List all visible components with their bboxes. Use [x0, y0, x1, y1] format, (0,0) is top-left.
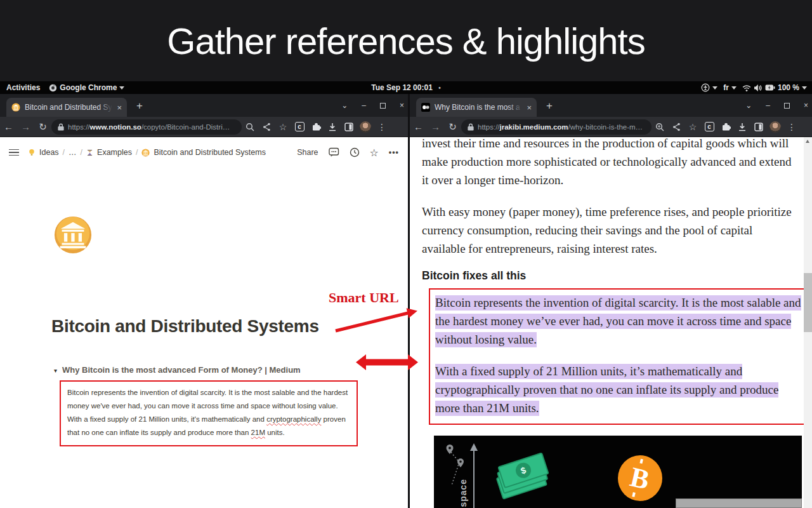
close-window-button[interactable]: × — [804, 101, 808, 110]
coin-favicon — [11, 103, 20, 112]
tab-close-button[interactable]: × — [527, 104, 532, 112]
highlighted-paragraph: Bitcoin represents the invention of digi… — [435, 293, 803, 349]
close-window-button[interactable]: × — [400, 101, 404, 110]
chevron-down-icon — [119, 86, 124, 90]
lock-icon — [58, 123, 64, 131]
maximize-button[interactable] — [380, 103, 386, 109]
keyboard-layout-label: fr — [723, 83, 729, 92]
tab-medium[interactable]: Why Bitcoin is the most a × — [416, 98, 537, 117]
download-icon[interactable] — [324, 123, 341, 131]
url-host: jrakibi.medium.com — [500, 123, 568, 131]
sidebar-toggle-icon[interactable] — [9, 149, 19, 156]
reload-button[interactable]: ↻ — [444, 121, 461, 133]
tab-search-button[interactable]: ⌄ — [341, 101, 348, 110]
minimize-button[interactable]: – — [362, 101, 366, 110]
clock[interactable]: Tue Sep 12 00:01 — [371, 83, 433, 92]
address-bar[interactable]: https://www.notion.so/copyto/Bitcoin-and… — [51, 119, 242, 135]
toggle-arrow-icon[interactable]: ▾ — [54, 367, 57, 374]
back-button[interactable]: ← — [0, 121, 17, 132]
notion-page: Ideas / … / Examples / Bitcoin and Distr… — [0, 137, 408, 508]
battery-percent: 100 % — [778, 83, 799, 92]
system-top-bar: Activities Google Chrome Tue Sep 12 00:0… — [0, 81, 812, 94]
share-icon[interactable] — [258, 123, 275, 131]
app-menu-label: Google Chrome — [60, 83, 117, 92]
download-icon[interactable] — [734, 123, 750, 131]
chrome-icon — [49, 84, 57, 92]
breadcrumb-item-ideas[interactable]: Ideas — [39, 148, 59, 157]
minimize-button[interactable]: – — [766, 101, 770, 110]
breadcrumb-item-current[interactable]: Bitcoin and Distributed Systems — [154, 148, 265, 157]
browser-menu-icon[interactable]: ⋮ — [783, 122, 800, 132]
page-menu-icon[interactable]: ••• — [389, 148, 399, 157]
notion-quote-annotation-box: Bitcoin represents the invention of digi… — [60, 380, 358, 446]
volume-icon — [754, 84, 763, 92]
profile-avatar[interactable] — [357, 121, 374, 133]
maximize-button[interactable] — [784, 103, 790, 109]
toggle-block[interactable]: ▾ Why Bitcoin is the most advanced Form … — [54, 365, 301, 375]
extension-c-icon[interactable]: c — [701, 122, 717, 131]
medium-article: invest their time and resources in the p… — [410, 137, 812, 508]
tab-strip: Why Bitcoin is the most a × + ⌄ – × — [410, 94, 812, 117]
address-bar[interactable]: https://jrakibi.medium.com/why-bitcoin-i… — [461, 119, 652, 135]
wifi-icon — [742, 84, 751, 92]
extensions-puzzle-icon[interactable] — [308, 122, 324, 131]
tab-search-button[interactable]: ⌄ — [745, 101, 752, 110]
scrollbar-thumb[interactable] — [804, 273, 812, 332]
reader-mode-icon[interactable] — [750, 123, 767, 131]
tab-title: Why Bitcoin is the most a — [435, 103, 522, 112]
keyboard-layout-menu[interactable]: fr — [723, 83, 737, 92]
browser-toolbar: ← → ↻ https://jrakibi.medium.com/why-bit… — [410, 117, 812, 137]
zoom-in-icon[interactable] — [652, 123, 668, 131]
breadcrumb: Ideas / … / Examples / Bitcoin and Distr… — [28, 148, 266, 157]
tab-strip: Bitcoin and Distributed Sy × + ⌄ – × — [0, 94, 408, 117]
article-figure: Salability across space $ B — [434, 436, 802, 508]
tab-close-button[interactable]: × — [117, 104, 122, 112]
tab-notion[interactable]: Bitcoin and Distributed Sy × — [6, 98, 127, 117]
hourglass-icon — [86, 149, 93, 157]
activities-button[interactable]: Activities — [6, 83, 40, 92]
accessibility-menu[interactable] — [701, 83, 717, 92]
share-button[interactable]: Share — [297, 148, 318, 157]
accessibility-icon — [701, 83, 710, 92]
reload-button[interactable]: ↻ — [34, 121, 51, 133]
article-paragraph: With easy money (paper money), time pref… — [422, 203, 793, 258]
page-icon-coin[interactable] — [53, 215, 93, 257]
breadcrumb-item-examples[interactable]: Examples — [97, 148, 132, 157]
forward-button[interactable]: → — [427, 121, 444, 132]
misspelled-word: 21M — [251, 429, 265, 436]
comments-icon[interactable] — [329, 147, 339, 157]
back-button[interactable]: ← — [410, 121, 427, 132]
favorite-star-icon[interactable]: ☆ — [370, 147, 379, 159]
scroll-up-arrow[interactable] — [806, 140, 809, 143]
notion-topbar: Ideas / … / Examples / Bitcoin and Distr… — [0, 144, 408, 161]
chevron-down-icon — [712, 86, 717, 90]
highlighted-paragraph: With a fixed supply of 21 Million units,… — [435, 362, 803, 417]
profile-avatar[interactable] — [767, 121, 783, 133]
forward-button[interactable]: → — [17, 121, 34, 132]
coin-icon — [141, 149, 150, 157]
slide-title-banner: Gather references & highlights — [0, 0, 812, 81]
figure-axis-label: Salability across space — [458, 479, 468, 508]
new-tab-button[interactable]: + — [546, 100, 553, 112]
extensions-puzzle-icon[interactable] — [717, 122, 734, 131]
bookmark-star-icon[interactable]: ☆ — [275, 122, 291, 132]
zoom-icon[interactable] — [242, 123, 258, 131]
chevron-down-icon — [802, 86, 807, 90]
share-icon[interactable] — [668, 123, 684, 131]
battery-icon — [765, 84, 775, 91]
reader-mode-icon[interactable] — [341, 123, 357, 131]
updates-clock-icon[interactable] — [350, 147, 360, 157]
quote-text: Bitcoin represents the invention of digi… — [67, 389, 348, 436]
extension-c-icon[interactable]: c — [291, 122, 308, 131]
new-tab-button[interactable]: + — [136, 100, 143, 112]
smart-url-annotation: Smart URL — [329, 290, 399, 306]
lock-icon — [468, 123, 474, 131]
breadcrumb-item-ellipsis[interactable]: … — [69, 148, 77, 157]
browser-menu-icon[interactable]: ⋮ — [374, 122, 390, 132]
system-status-menu[interactable]: 100 % — [742, 83, 807, 92]
scrollbar[interactable] — [804, 137, 812, 508]
notification-dot: • — [438, 84, 441, 91]
app-menu[interactable]: Google Chrome — [49, 83, 124, 92]
bookmark-star-icon[interactable]: ☆ — [684, 122, 701, 132]
url-path: /why-bitcoin-is-the-m… — [568, 123, 643, 131]
